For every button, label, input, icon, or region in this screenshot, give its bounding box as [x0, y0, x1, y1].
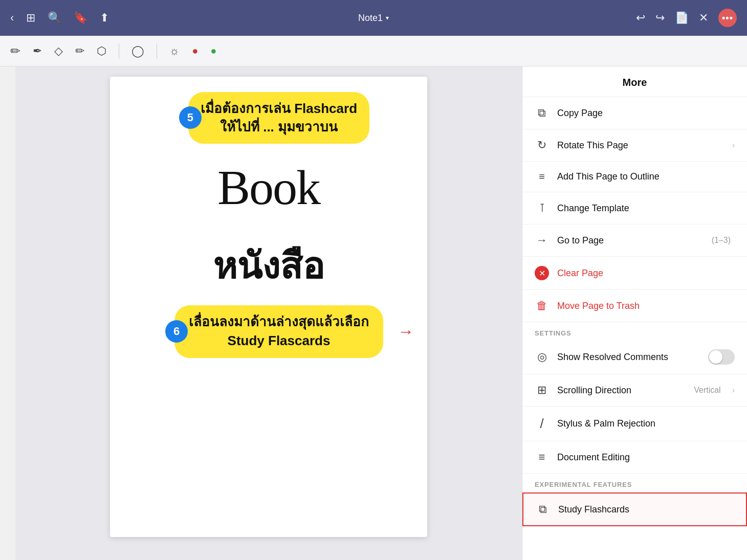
document-editing-label: Document Editing — [557, 452, 735, 463]
bubble2-text: เลื่อนลงมาด้านล่างสุดแล้วเลือก Study Fla… — [189, 312, 369, 351]
step-number-5: 5 — [179, 106, 202, 129]
trash-icon: 🗑 — [535, 299, 549, 312]
grid-icon[interactable]: ⊞ — [26, 11, 35, 25]
stylus-palm-label: Stylus & Palm Rejection — [557, 418, 735, 429]
more-button[interactable]: ••• — [718, 9, 737, 27]
menu-item-add-outline[interactable]: ≡ Add This Page to Outline — [522, 162, 747, 192]
menu-item-stylus-palm[interactable]: / Stylus & Palm Rejection — [522, 407, 747, 441]
add-outline-icon: ≡ — [535, 171, 549, 183]
go-to-page-label: Go to Page — [557, 235, 704, 246]
header-left-icons: ‹ ⊞ 🔍 🔖 ⬆ — [10, 11, 109, 25]
tool-sun[interactable]: ☼ — [169, 44, 180, 58]
header-right-icons: ↩ ↪ 📄 ✕ ••• — [636, 9, 737, 27]
color-red[interactable]: ● — [192, 45, 198, 57]
copy-page-label: Copy Page — [557, 108, 735, 119]
menu-item-scrolling-direction[interactable]: ⊞ Scrolling Direction Vertical › — [522, 374, 747, 407]
toolbar-divider-2 — [157, 43, 157, 59]
tool-smart-select[interactable]: ✏︎ — [10, 44, 20, 58]
title-dropdown-icon[interactable]: ▾ — [386, 14, 389, 21]
menu-item-document-editing[interactable]: ≡ Document Editing — [522, 441, 747, 474]
bookmark-icon[interactable]: 🔖 — [74, 11, 87, 25]
show-comments-toggle[interactable] — [708, 349, 735, 365]
rotate-chevron-icon: › — [732, 141, 735, 150]
rotate-page-label: Rotate This Page — [557, 140, 724, 151]
more-dots-icon: ••• — [722, 13, 733, 24]
share-icon[interactable]: ⬆ — [100, 11, 109, 25]
menu-title: More — [623, 77, 647, 88]
clear-page-label: Clear Page — [557, 268, 735, 279]
instruction-bubble-2: 6 เลื่อนลงมาด้านล่างสุดแล้วเลือก Study F… — [174, 305, 383, 358]
tool-highlighter[interactable]: ✏ — [75, 44, 84, 58]
document-editing-icon: ≡ — [535, 451, 549, 464]
study-flashcards-icon: ⧉ — [536, 503, 550, 516]
menu-item-move-trash[interactable]: 🗑 Move Page to Trash — [522, 290, 747, 322]
menu-item-go-to-page[interactable]: → Go to Page (1–3) — [522, 225, 747, 257]
document-title[interactable]: Note1 — [358, 13, 383, 24]
show-comments-icon: ◎ — [535, 350, 549, 364]
color-green[interactable]: ● — [210, 45, 216, 57]
menu-item-clear-page[interactable]: ✕ Clear Page — [522, 257, 747, 290]
clear-page-circle-icon: ✕ — [535, 266, 549, 280]
menu-item-study-flashcards[interactable]: ⧉ Study Flashcards — [522, 492, 747, 526]
scrolling-direction-label: Scrolling Direction — [557, 385, 686, 396]
scrolling-direction-value: Vertical — [694, 386, 720, 395]
redo-icon[interactable]: ↪ — [655, 11, 665, 25]
toolbar: ✏︎ ✒ ◇ ✏ ⬡ ◯ ☼ ● ● — [0, 36, 747, 66]
experimental-section-label: EXPERIMENTAL FEATURES — [522, 474, 747, 491]
step-number-6: 6 — [165, 320, 188, 343]
tool-select[interactable]: ◯ — [131, 44, 144, 58]
undo-icon[interactable]: ↩ — [636, 11, 645, 25]
red-arrow-right-icon: → — [398, 322, 414, 341]
menu-item-show-comments[interactable]: ◎ Show Resolved Comments — [522, 340, 747, 374]
toolbar-divider — [119, 43, 119, 59]
main-content: 5 เมื่อต้องการเล่น Flashcard ให้ไปที่ ..… — [0, 66, 747, 560]
scrolling-direction-chevron-icon: › — [732, 386, 735, 395]
change-template-label: Change Template — [557, 203, 735, 214]
show-comments-label: Show Resolved Comments — [557, 352, 700, 363]
tool-eraser[interactable]: ◇ — [54, 44, 63, 58]
back-icon[interactable]: ‹ — [10, 11, 14, 25]
tool-shape[interactable]: ⬡ — [97, 44, 106, 58]
rotate-page-icon: ↻ — [535, 139, 549, 152]
add-outline-label: Add This Page to Outline — [557, 171, 735, 182]
header-center: Note1 ▾ — [358, 13, 389, 24]
menu-header: More — [522, 66, 747, 97]
copy-page-icon: ⧉ — [535, 106, 549, 120]
scrolling-direction-icon: ⊞ — [535, 384, 549, 397]
study-flashcards-label: Study Flashcards — [558, 504, 734, 515]
note-page: 5 เมื่อต้องการเล่น Flashcard ให้ไปที่ ..… — [110, 77, 427, 537]
stylus-palm-icon: / — [535, 416, 549, 432]
move-trash-label: Move Page to Trash — [557, 301, 735, 311]
menu-item-change-template[interactable]: ⊺ Change Template — [522, 192, 747, 225]
go-to-page-range: (1–3) — [712, 236, 731, 245]
close-icon[interactable]: ✕ — [699, 11, 708, 25]
thai-text: หนังสือ — [213, 236, 324, 295]
side-menu: More ⧉ Copy Page ↻ Rotate This Page › ≡ … — [522, 66, 747, 560]
settings-section-label: SETTINGS — [522, 322, 747, 340]
header-bar: ‹ ⊞ 🔍 🔖 ⬆ Note1 ▾ ↩ ↪ 📄 ✕ ••• — [0, 0, 747, 36]
left-strip — [0, 66, 15, 560]
menu-item-copy-page[interactable]: ⧉ Copy Page — [522, 97, 747, 129]
book-text: Book — [217, 159, 320, 216]
tool-pen[interactable]: ✒ — [33, 44, 42, 58]
instruction-bubble-1: 5 เมื่อต้องการเล่น Flashcard ให้ไปที่ ..… — [188, 92, 369, 144]
change-template-icon: ⊺ — [535, 201, 549, 215]
menu-item-rotate-page[interactable]: ↻ Rotate This Page › — [522, 129, 747, 162]
canvas-area: 5 เมื่อต้องการเล่น Flashcard ให้ไปที่ ..… — [15, 66, 522, 560]
search-icon[interactable]: 🔍 — [48, 11, 61, 25]
new-page-icon[interactable]: 📄 — [675, 11, 689, 25]
bubble1-text: เมื่อต้องการเล่น Flashcard ให้ไปที่ ... … — [201, 99, 357, 137]
go-to-page-icon: → — [535, 234, 549, 247]
